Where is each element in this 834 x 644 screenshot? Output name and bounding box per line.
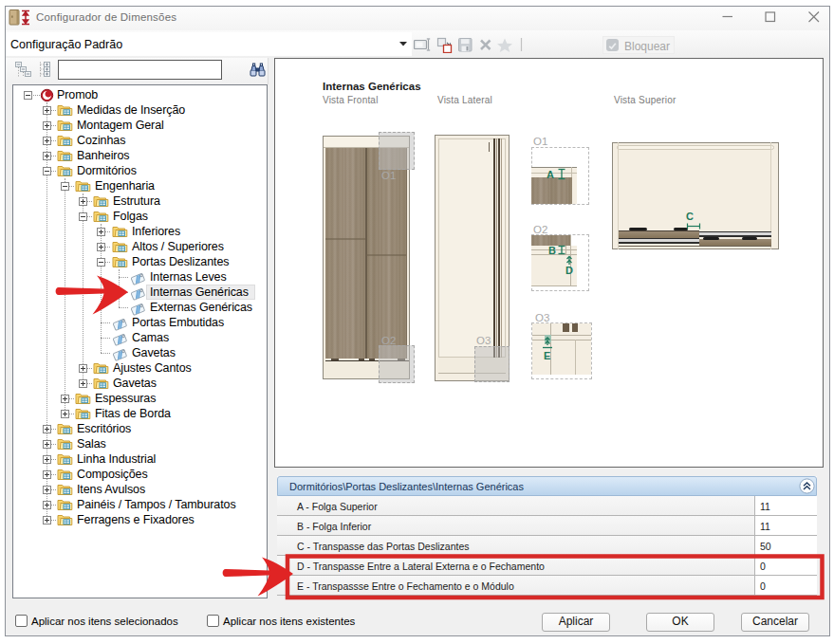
svg-text:B: B xyxy=(548,245,556,256)
svg-text:D: D xyxy=(565,265,573,275)
svg-text:E: E xyxy=(544,350,550,361)
svg-text:A: A xyxy=(547,169,554,180)
svg-text:C: C xyxy=(686,211,694,222)
